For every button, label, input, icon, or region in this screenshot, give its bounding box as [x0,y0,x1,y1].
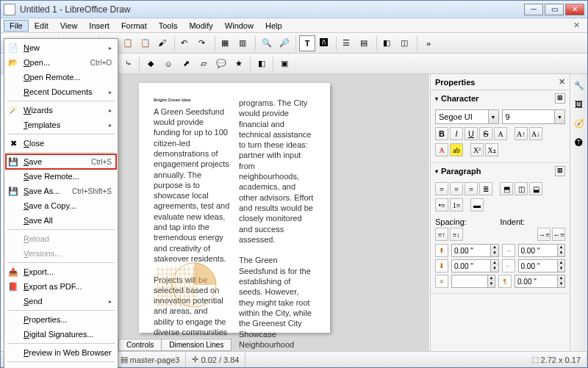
above-spacing-input[interactable]: ▲▼ [451,244,499,257]
tab-controls[interactable]: Controls [118,339,162,351]
superscript-button[interactable]: X² [470,143,484,156]
basic-shapes-tool[interactable]: ◆ [143,56,159,72]
bgcolor-button[interactable]: ▬ [470,198,484,212]
menu-edit[interactable]: Edit [29,20,54,32]
toggle-extrusion[interactable]: ▣ [276,56,293,72]
file-menu-new[interactable]: 📄New▸ [6,40,116,55]
align-right-button[interactable]: ≡ [465,182,478,195]
crop-button[interactable]: ◫ [398,35,414,51]
shadow-text-button[interactable]: A [494,127,507,140]
properties-tab[interactable]: 🔧 [571,77,587,93]
underline-button[interactable]: U [465,127,478,140]
menubar-close-icon[interactable]: ✕ [569,19,584,32]
more-options-button[interactable]: ⊞ [555,93,565,104]
menu-insert[interactable]: Insert [83,20,115,32]
format-paintbrush-button[interactable]: 🖌 [155,35,171,51]
arrange-button[interactable]: ▤ [357,35,373,51]
text-tool-button[interactable]: T [299,35,315,51]
align-left-button[interactable]: ≡ [435,182,448,195]
paragraph-section-header[interactable]: ▾ Paragraph ⊞ [431,163,570,179]
minimize-button[interactable]: ─ [524,4,543,15]
fontwork-button[interactable]: 🅰 [317,35,333,51]
file-menu-save-remote-[interactable]: Save Remote... [6,169,116,184]
font-name-combo[interactable]: Segoe UI ▼ [435,109,499,124]
firstline-indent-input[interactable]: ▲▼ [514,275,565,288]
menu-modify[interactable]: Modify [183,20,218,32]
file-menu-save-all[interactable]: Save All [6,213,116,228]
menu-tools[interactable]: Tools [153,20,184,32]
shadow-button[interactable]: ◧ [380,35,396,51]
maximize-button[interactable]: ▭ [545,4,564,15]
menu-view[interactable]: View [54,20,84,32]
valign-mid-button[interactable]: ◫ [514,182,528,195]
copy-button[interactable]: 📋 [120,35,136,51]
valign-bot-button[interactable]: ⬓ [529,182,542,195]
font-color-button[interactable]: A [435,143,448,156]
flowchart-tool[interactable]: ▱ [196,56,212,72]
shrink-font-button[interactable]: A↓ [529,127,542,140]
align-justify-button[interactable]: ≣ [479,182,492,195]
before-indent-input[interactable]: ▲▼ [518,244,566,257]
font-size-combo[interactable]: 9 ▼ [502,109,566,124]
3d-tool[interactable]: ◧ [254,56,270,72]
paste-button[interactable]: 📋 [137,35,154,51]
bullets-button[interactable]: •≡ [435,198,448,212]
dec-indent-button[interactable]: ←≡ [552,228,565,241]
strike-button[interactable]: S [479,127,492,140]
align-button[interactable]: ☰ [340,35,356,51]
file-menu-close[interactable]: ✖Close [6,136,116,151]
grid-button[interactable]: ▦ [218,35,234,51]
file-menu-export-as-pdf-[interactable]: 📕Export as PDF... [6,279,116,294]
italic-button[interactable]: I [450,127,463,140]
highlight-button[interactable]: ab [450,143,463,156]
subscript-button[interactable]: X₂ [485,143,498,156]
guides-button[interactable]: ▥ [236,35,252,51]
page[interactable]: Bright Green Idea A Green Seedsfund woul… [139,83,330,333]
numbering-button[interactable]: 1≡ [450,198,463,212]
file-menu-print-[interactable]: 🖨Print...Ctrl+P [6,364,116,368]
file-menu-open-remote-[interactable]: Open Remote... [6,70,116,84]
symbol-shapes-tool[interactable]: ☺ [160,56,176,72]
file-menu-open-[interactable]: 📂Open...Ctrl+O [6,55,116,70]
file-menu-wizards[interactable]: 🪄Wizards▸ [6,103,116,118]
file-menu-properties-[interactable]: Properties... [6,312,116,327]
valign-top-button[interactable]: ⬒ [500,182,513,195]
bold-button[interactable]: B [435,127,448,140]
character-section-header[interactable]: ▾ Character ⊞ [431,90,570,107]
navigator-tab[interactable]: 🧭 [571,115,587,131]
file-menu-templates[interactable]: Templates▸ [6,118,116,132]
inc-indent-button[interactable]: →≡ [537,228,551,241]
callout-tool[interactable]: 💬 [213,56,229,72]
file-menu-send[interactable]: Send▸ [6,294,116,309]
close-panel-icon[interactable]: ✕ [559,77,565,87]
zoom100-button[interactable]: 🔎 [276,35,293,51]
arrow-shapes-tool[interactable]: ⬈ [178,56,194,72]
more-button[interactable]: » [420,35,437,51]
file-menu-save-a-copy-[interactable]: Save a Copy... [6,198,116,213]
file-menu-digital-signatures-[interactable]: Digital Signatures... [6,327,116,342]
more-options-button[interactable]: ⊞ [555,166,565,176]
close-button[interactable]: ✕ [565,4,584,15]
zoom-button[interactable]: 🔍 [259,35,275,51]
menu-help[interactable]: Help [259,20,288,32]
file-menu-preview-in-web-browser[interactable]: Preview in Web Browser [6,345,116,360]
file-menu-save[interactable]: 💾SaveCtrl+S [6,154,116,169]
file-menu-recent-documents[interactable]: Recent Documents▸ [6,84,116,99]
drawing-canvas[interactable]: Bright Green Idea A Green Seedsfund woul… [118,74,429,351]
star-tool[interactable]: ★ [231,56,247,72]
menu-window[interactable]: Window [219,20,259,32]
undo-button[interactable]: ↶ [178,35,194,51]
menu-file[interactable]: File [4,20,29,32]
styles-tab[interactable]: 🅣 [571,134,587,151]
gallery-tab[interactable]: 🖼 [571,96,587,112]
align-center-button[interactable]: ≡ [450,182,463,195]
menu-format[interactable]: Format [115,20,153,32]
file-menu-save-as-[interactable]: 💾Save As...Ctrl+Shift+S [6,184,116,198]
inc-spacing-button[interactable]: ≡↑ [435,228,448,241]
file-menu-export-[interactable]: 📤Export... [6,264,116,279]
redo-button[interactable]: ↷ [196,35,212,51]
line-spacing-input[interactable]: ▲▼ [451,275,495,288]
dec-spacing-button[interactable]: ≡↓ [450,228,463,241]
tab-dimension-lines[interactable]: Dimension Lines [161,339,232,351]
after-indent-input[interactable]: ▲▼ [518,259,566,273]
